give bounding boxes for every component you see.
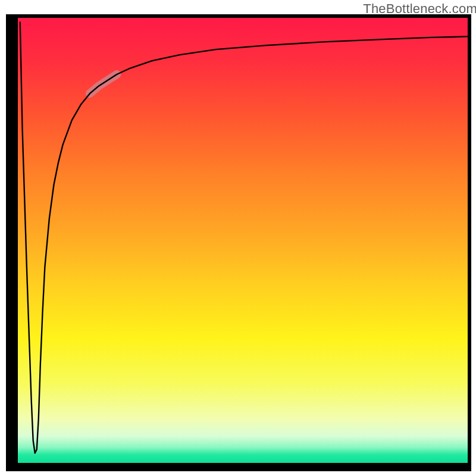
curve-layer (18, 18, 468, 463)
plot-frame (6, 14, 471, 471)
bottleneck-curve (20, 22, 468, 453)
plot-area (18, 18, 468, 463)
chart-container: TheBottleneck.com (0, 0, 476, 476)
